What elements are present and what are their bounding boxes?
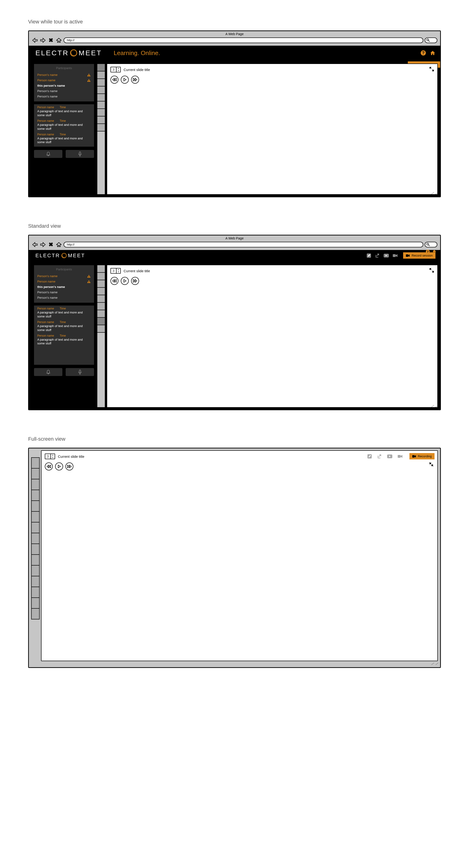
slide-thumbnail[interactable]: [31, 565, 40, 576]
microphone-button[interactable]: [65, 368, 94, 376]
back-icon[interactable]: [32, 242, 38, 248]
slide-thumbnail[interactable]: [31, 457, 40, 469]
slide-thumbnail[interactable]: [31, 576, 40, 587]
slide-thumbnail[interactable]: [31, 554, 40, 565]
edit-icon[interactable]: [367, 454, 372, 459]
video-icon[interactable]: [393, 254, 398, 257]
slide-thumbnail[interactable]: [97, 273, 105, 280]
help-icon[interactable]: ?: [426, 249, 430, 254]
fast-forward-button[interactable]: [131, 277, 139, 285]
stepper-arrows-icon[interactable]: ▲▼: [117, 269, 120, 273]
resize-grip-icon[interactable]: ⟋⟋: [430, 404, 439, 409]
participants-title: Participants: [34, 265, 94, 273]
chat-text: A paragraph of text and more and some st…: [37, 324, 91, 332]
slide-thumbnail[interactable]: [31, 511, 40, 522]
play-button[interactable]: [121, 277, 129, 285]
slide-thumbnail[interactable]: [97, 87, 105, 94]
play-button[interactable]: [55, 462, 63, 470]
help-icon[interactable]: ?: [420, 50, 426, 56]
url-input[interactable]: http://: [63, 37, 423, 43]
home-icon[interactable]: [56, 242, 62, 248]
participant-row[interactable]: Person's name: [34, 289, 94, 295]
chat-time: Time: [60, 133, 66, 136]
home-nav-icon[interactable]: [432, 249, 436, 253]
home-nav-icon[interactable]: [430, 50, 436, 56]
stepper-arrows-icon[interactable]: ▲▼: [51, 454, 55, 459]
edit-icon[interactable]: [367, 253, 371, 258]
participant-row[interactable]: Person's name: [34, 94, 94, 99]
slide-thumbnail[interactable]: [97, 64, 105, 71]
slide-thumbnail[interactable]: [31, 490, 40, 501]
participant-row[interactable]: Person's name: [34, 88, 94, 94]
microphone-button[interactable]: [65, 150, 94, 158]
slide-thumbnail[interactable]: [31, 587, 40, 598]
notifications-button[interactable]: [33, 150, 63, 158]
play-button[interactable]: [121, 76, 129, 84]
share-icon[interactable]: [377, 454, 382, 459]
resize-grip-icon[interactable]: ⟋⟋: [430, 661, 439, 666]
search-input[interactable]: [425, 242, 437, 247]
slide-number-stepper[interactable]: 3 ▲▼: [111, 268, 121, 274]
stepper-arrows-icon[interactable]: ▲▼: [117, 67, 120, 72]
stop-icon[interactable]: ✖: [48, 37, 54, 43]
rewind-button[interactable]: [111, 76, 118, 84]
slide-thumbnail[interactable]: [31, 500, 40, 512]
slide-thumbnail[interactable]: [97, 303, 105, 310]
slide-thumbnail[interactable]: [97, 295, 105, 303]
participant-row[interactable]: Person name: [34, 78, 94, 83]
logo-text-1: ELECTR: [35, 253, 60, 259]
video-icon[interactable]: [398, 455, 402, 458]
fast-forward-button[interactable]: [131, 76, 139, 84]
recording-button[interactable]: Recording: [409, 453, 435, 459]
notifications-button[interactable]: [33, 368, 63, 376]
participant-row[interactable]: Person's name: [34, 273, 94, 279]
home-icon[interactable]: [56, 37, 62, 43]
slide-thumbnail[interactable]: [31, 468, 40, 479]
slide-thumbnail[interactable]: [97, 79, 105, 87]
participant-row[interactable]: this person's name: [34, 83, 94, 88]
fast-forward-button[interactable]: [65, 462, 74, 470]
slide-thumbnail[interactable]: [31, 597, 40, 609]
participant-row[interactable]: Person name: [34, 279, 94, 284]
slide-thumbnail[interactable]: [31, 522, 40, 533]
slide-thumbnail[interactable]: [97, 310, 105, 318]
rewind-button[interactable]: [111, 277, 118, 285]
slide-thumbnail[interactable]: [97, 280, 105, 288]
slide-number-stepper[interactable]: 3 ▲▼: [111, 67, 121, 72]
expand-icon[interactable]: [429, 268, 434, 273]
url-input[interactable]: http://: [63, 242, 423, 247]
youtube-icon[interactable]: [387, 454, 392, 459]
slide-number-stepper[interactable]: 3 ▲▼: [45, 454, 55, 459]
collapse-icon[interactable]: [429, 462, 434, 467]
slide-thumbnail[interactable]: [97, 71, 105, 79]
slide-thumbnail[interactable]: [31, 608, 40, 619]
expand-icon[interactable]: [429, 67, 434, 71]
svg-text:?: ?: [427, 250, 429, 253]
stop-icon[interactable]: ✖: [48, 242, 54, 248]
record-session-button[interactable]: Record session: [403, 252, 436, 259]
back-icon[interactable]: [32, 37, 38, 43]
forward-icon[interactable]: [40, 242, 46, 248]
participant-row[interactable]: Person's name: [34, 72, 94, 78]
slide-thumbnail[interactable]: [97, 94, 105, 101]
search-input[interactable]: [425, 37, 437, 43]
slide-thumbnail[interactable]: [97, 117, 105, 124]
svg-rect-8: [89, 81, 89, 82]
slide-thumbnail[interactable]: [97, 318, 105, 325]
slide-thumbnail[interactable]: [97, 265, 105, 273]
forward-icon[interactable]: [40, 37, 46, 43]
slide-thumbnail[interactable]: [31, 479, 40, 490]
slide-thumbnail[interactable]: [97, 124, 105, 131]
slide-thumbnail[interactable]: [97, 288, 105, 295]
slide-thumbnail[interactable]: [31, 544, 40, 555]
youtube-icon[interactable]: [383, 253, 389, 258]
resize-grip-icon[interactable]: ⟋⟋: [430, 191, 439, 196]
slide-thumbnail[interactable]: [31, 533, 40, 544]
slide-thumbnail[interactable]: [97, 109, 105, 117]
participant-row[interactable]: this person's name: [34, 284, 94, 289]
participant-row[interactable]: Person's name: [34, 295, 94, 300]
rewind-button[interactable]: [45, 462, 53, 470]
slide-thumbnail[interactable]: [97, 101, 105, 109]
slide-thumbnail[interactable]: [97, 325, 105, 333]
share-icon[interactable]: [375, 253, 380, 258]
